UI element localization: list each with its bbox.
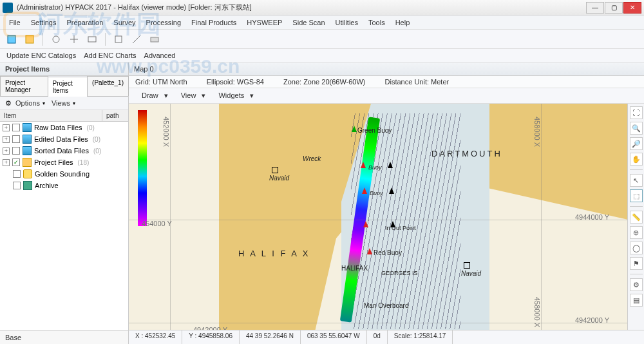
tool-circle[interactable]: ◯ [630, 242, 643, 254]
views-dropdown[interactable]: Views [52, 99, 70, 107]
green-buoy-icon [352, 126, 357, 133]
tool-layers[interactable]: ▤ [630, 294, 643, 307]
menu-settings[interactable]: Settings [26, 17, 62, 28]
tool-flag[interactable]: ⚑ [630, 257, 643, 270]
toolbar-btn-5[interactable] [84, 32, 100, 46]
minimize-button[interactable]: — [586, 2, 604, 14]
tool-arrow[interactable]: ↖ [630, 174, 643, 187]
expand-toggle[interactable]: + [3, 159, 10, 166]
grid-label: 458000 X [533, 117, 541, 147]
checkbox[interactable] [12, 124, 20, 131]
tool-zoom-in[interactable]: 🔍 [630, 122, 643, 135]
tree-item-golden-sounding[interactable]: Golden Sounding [0, 168, 128, 180]
tree-count: (0) [93, 148, 101, 155]
expand-toggle[interactable]: + [3, 148, 10, 155]
menu-side-scan[interactable]: Side Scan [287, 17, 330, 28]
toolbar-btn-1[interactable] [4, 32, 19, 46]
checkbox[interactable] [13, 182, 21, 189]
status-x: X : 452532.45 [129, 330, 182, 344]
checkbox[interactable] [12, 158, 20, 166]
label-halifax-land: H A L I F A X [238, 249, 310, 258]
tool-select[interactable]: ⬚ [630, 189, 643, 202]
grid-line-h [129, 220, 627, 220]
toolbar-btn-8[interactable] [147, 32, 162, 46]
menu-tools[interactable]: Tools [363, 17, 390, 28]
label-red-buoy: Red Buoy [374, 249, 402, 256]
map-menu-widgets[interactable]: Widgets ▾ [211, 90, 258, 101]
tab-project-manager[interactable]: Project Manager [0, 76, 48, 96]
tool-measure[interactable]: 📏 [630, 211, 643, 224]
grid-label: 458000 X [533, 297, 541, 327]
tool-pan[interactable]: ✋ [630, 153, 643, 166]
checkbox[interactable] [12, 147, 20, 155]
menu-final-products[interactable]: Final Products [186, 17, 242, 28]
menu-help[interactable]: Help [390, 17, 415, 28]
toolbar-btn-4[interactable] [66, 32, 82, 46]
map-canvas[interactable]: 452000 X 454000 Y 458000 X 458000 X 4944… [129, 104, 627, 330]
color-legend [138, 110, 147, 226]
info-grid: Grid: UTM North [135, 78, 187, 86]
info-ellipsoid: Ellipsoid: WGS-84 [207, 78, 264, 86]
grid-line-v [170, 104, 171, 330]
tab-project-items[interactable]: Project Items [48, 77, 88, 97]
buoy-icon [389, 187, 394, 195]
checkbox[interactable] [12, 135, 20, 143]
expand-toggle[interactable]: + [3, 124, 10, 131]
expand-toggle[interactable]: + [3, 136, 10, 143]
menu-survey[interactable]: Survey [108, 17, 140, 28]
sidebar: Project Items Project Manager Project It… [0, 62, 129, 344]
buoy-icon [363, 221, 368, 229]
tree-item-edited-data[interactable]: + Edited Data Files (0) [0, 133, 128, 145]
tree-label: Raw Data Files [34, 124, 82, 131]
grid-icon [23, 135, 32, 144]
grid-label: 4942000 Y [193, 326, 227, 330]
tree-item-project-files[interactable]: + Project Files (18) [0, 157, 128, 168]
map-menu-view[interactable]: View ▾ [173, 90, 210, 101]
tool-extents[interactable]: ⛶ [630, 106, 643, 119]
svg-rect-1 [26, 35, 33, 43]
add-enc-charts[interactable]: Add ENC Charts [84, 52, 136, 59]
toolbar-btn-6[interactable] [111, 32, 126, 46]
maximize-button[interactable]: ▢ [605, 2, 623, 14]
toolbar-btn-3[interactable] [48, 32, 64, 46]
update-enc-catalogs[interactable]: Update ENC Catalogs [6, 52, 76, 59]
advanced[interactable]: Advanced [144, 52, 176, 59]
menu-hysweep[interactable]: HYSWEEP [242, 17, 287, 28]
menu-utilities[interactable]: Utilities [330, 17, 363, 28]
svg-rect-0 [8, 35, 15, 43]
label-halifax-port: HALIFAX [341, 265, 368, 272]
tree-item-sorted-data[interactable]: + Sorted Data Files (0) [0, 145, 128, 157]
map-tool-strip: ⛶ 🔍 🔎 ✋ ↖ ⬚ 📏 ⊕ ◯ ⚑ ⚙ ▤ [627, 104, 644, 330]
map-menu-draw[interactable]: Draw ▾ [134, 90, 172, 101]
tool-target[interactable]: ⊕ [630, 226, 643, 239]
label-man-overboard: Man Overboard [364, 302, 408, 309]
red-buoy-icon [367, 248, 372, 256]
sidebar-subbar: ⚙ Options▾ Views▾ [0, 97, 128, 110]
menu-processing[interactable]: Processing [141, 17, 186, 28]
menu-bar: File Settings Preparation Survey Process… [0, 15, 644, 30]
menu-preparation[interactable]: Preparation [61, 17, 108, 28]
label-dartmouth: DARTMOUTH [431, 149, 502, 158]
buoy-icon [388, 162, 393, 169]
folder-icon [23, 158, 32, 167]
project-tree[interactable]: + Raw Data Files (0) + Edited Data Files… [0, 122, 128, 330]
status-bar: X : 452532.45 Y : 4945858.06 44 39 52.26… [129, 330, 644, 344]
checkbox[interactable] [13, 170, 21, 178]
options-dropdown[interactable]: Options [15, 99, 40, 107]
grid-line-h [129, 323, 627, 323]
toolbar-btn-7[interactable] [129, 32, 144, 46]
tree-item-archive[interactable]: Archive [0, 180, 128, 191]
tree-item-raw-data[interactable]: + Raw Data Files (0) [0, 122, 128, 133]
toolbar-btn-2[interactable] [22, 32, 37, 46]
tool-settings[interactable]: ⚙ [630, 278, 643, 291]
menu-file[interactable]: File [4, 17, 26, 28]
close-button[interactable]: ✕ [623, 2, 641, 14]
tree-label: Archive [35, 182, 59, 189]
tree-label: Edited Data Files [34, 135, 88, 143]
info-distance-unit: Distance Unit: Meter [385, 78, 450, 86]
tree-header: Item path [0, 110, 128, 122]
navaid-icon [272, 167, 278, 173]
tool-zoom-out[interactable]: 🔎 [630, 137, 643, 150]
tab-palette-1[interactable]: (Palette_1) [87, 76, 129, 96]
main-toolbar [0, 30, 644, 49]
